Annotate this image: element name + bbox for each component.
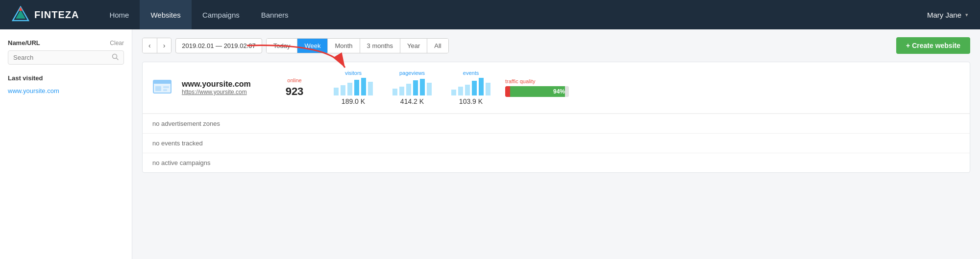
user-name: Mary Jane [927,11,961,19]
create-website-button[interactable]: + Create website [896,37,970,54]
page-layout: Name/URL Clear Last visited www.yoursite… [0,29,980,259]
svg-rect-19 [406,84,411,95]
svg-rect-12 [341,85,345,95]
date-nav-arrows: ‹ › [142,38,172,53]
site-name: www.yoursite.com [182,80,260,89]
svg-rect-11 [334,88,339,95]
last-visited-link[interactable]: www.yoursite.com [8,87,59,94]
svg-rect-15 [361,78,366,95]
logo-area: FINTEZA [12,6,79,24]
nav-links: Home Websites Campaigns Banners [98,0,299,29]
site-url: https://www.yoursite.com [182,89,260,95]
chevron-down-icon: ▾ [965,12,968,18]
visitors-value: 189.0 K [342,97,365,105]
sidebar: Name/URL Clear Last visited www.yoursite… [0,29,132,259]
site-card: www.yoursite.com https://www.yoursite.co… [142,62,970,173]
traffic-quality-bar: 94% [505,86,569,97]
prev-period-button[interactable]: ‹ [143,38,157,53]
events-chart [451,78,490,95]
date-range-display: 2019.02.01 — 2019.02.07 [175,38,262,53]
svg-rect-20 [413,80,418,95]
period-today[interactable]: Today [267,39,298,53]
svg-rect-13 [347,83,352,95]
toolbar: ‹ › 2019.02.01 — 2019.02.07 Today Week M… [142,37,970,54]
site-name-block: www.yoursite.com https://www.yoursite.co… [182,80,260,95]
search-box [8,50,124,65]
traffic-quality-value: 94% [553,88,565,95]
period-all[interactable]: All [427,39,448,53]
svg-rect-18 [399,87,404,95]
svg-rect-21 [420,79,425,95]
svg-rect-22 [427,83,432,95]
svg-rect-17 [392,89,397,95]
sub-item-events: no events tracked [143,133,970,153]
svg-rect-24 [458,87,463,95]
site-icon [152,76,172,99]
sidebar-name-url-section: Name/URL Clear [8,39,124,47]
online-stat: online 923 [270,77,319,98]
svg-rect-8 [155,86,161,91]
period-month[interactable]: Month [328,39,360,53]
svg-rect-28 [486,83,490,95]
online-value: 923 [286,85,304,98]
clear-filter-button[interactable]: Clear [110,40,124,47]
site-card-main: www.yoursite.com https://www.yoursite.co… [143,62,970,114]
visitors-label: visitors [345,70,362,76]
period-week[interactable]: Week [297,39,328,53]
quality-bar-red-fill [505,86,510,97]
pageviews-value: 414.2 K [400,97,424,105]
pageviews-label: pageviews [399,70,425,76]
svg-rect-16 [368,82,373,95]
svg-rect-26 [472,81,477,95]
traffic-quality-label: traffic quality [505,78,536,84]
last-visited-label: Last visited [8,74,124,82]
search-input[interactable] [13,54,108,61]
period-3months[interactable]: 3 months [360,39,400,53]
nav-websites[interactable]: Websites [140,0,191,29]
traffic-quality-block: traffic quality 94% [505,78,574,97]
search-icon [112,53,119,62]
main-content: ‹ › 2019.02.01 — 2019.02.07 Today Week M… [132,29,980,259]
visitors-stat: visitors 189.0 K [329,70,378,105]
svg-rect-7 [153,80,171,84]
sub-item-campaigns: no active campaigns [143,153,970,172]
sub-item-ads: no advertisement zones [143,114,970,133]
svg-rect-25 [465,85,470,95]
period-buttons: Today Week Month 3 months Year All [266,38,449,53]
events-value: 103.9 K [459,97,483,105]
sidebar-name-url-label: Name/URL [8,39,40,47]
svg-rect-27 [479,78,484,95]
svg-rect-23 [451,90,456,95]
svg-rect-10 [163,89,167,91]
nav-campaigns[interactable]: Campaigns [192,0,250,29]
user-menu[interactable]: Mary Jane ▾ [927,11,968,19]
svg-rect-9 [163,86,169,88]
logo-icon [12,6,29,24]
events-label: events [463,70,479,76]
svg-rect-14 [354,80,359,95]
next-period-button[interactable]: › [157,38,172,53]
visitors-chart [334,78,373,95]
navbar: FINTEZA Home Websites Campaigns Banners … [0,0,980,29]
nav-banners[interactable]: Banners [250,0,299,29]
nav-home[interactable]: Home [98,0,140,29]
logo-text: FINTEZA [34,9,79,21]
pageviews-chart [392,78,432,95]
events-stat: events 103.9 K [446,70,495,105]
svg-marker-1 [16,10,25,19]
svg-line-4 [117,58,119,60]
online-label: online [287,77,301,83]
pageviews-stat: pageviews 414.2 K [388,70,437,105]
period-year[interactable]: Year [400,39,427,53]
